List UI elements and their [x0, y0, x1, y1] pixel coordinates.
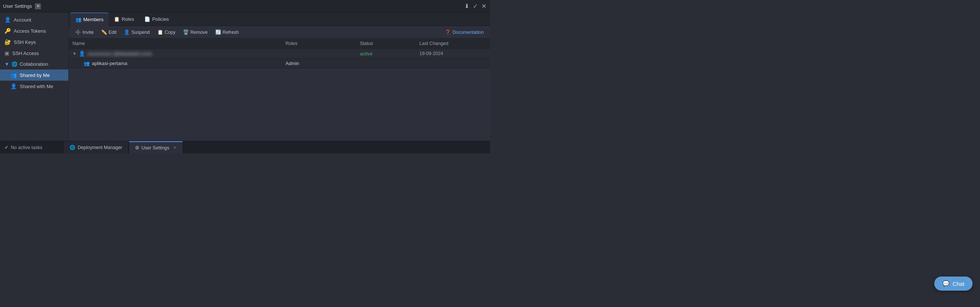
tab-label-roles: Roles	[122, 16, 134, 22]
title-close-btn[interactable]: ✕	[35, 3, 41, 9]
user-row-icon: 👤	[79, 51, 85, 57]
account-icon: 👤	[5, 17, 11, 23]
edit-icon: ✏️	[101, 29, 107, 35]
user-status: active	[360, 51, 419, 57]
sub-row-name-app: 👥 aplikasi-pertama	[84, 60, 286, 66]
copy-icon: 📋	[157, 29, 163, 35]
user-email: xxxxxxxxxx (@dewaweb.com)	[88, 51, 152, 57]
policies-tab-icon: 📄	[144, 16, 150, 22]
user-settings-tab-label: User Settings	[142, 145, 170, 151]
tab-policies[interactable]: 📄 Policies	[139, 13, 174, 26]
col-header-status: Status	[360, 41, 419, 46]
check-icon[interactable]: ✓	[472, 2, 479, 10]
remove-label: Remove	[190, 30, 208, 35]
user-settings-gear-icon: ⚙	[135, 145, 139, 151]
table-header: Name Roles Status Last Changed	[69, 39, 490, 49]
user-last-changed: 19-09-2024	[419, 51, 486, 56]
shared-with-me-icon: 👤	[10, 83, 17, 89]
suspend-label: Suspend	[131, 30, 150, 35]
sidebar-label-shared-by-me: Shared by Me	[20, 73, 50, 78]
col-header-last-changed: Last Changed	[419, 41, 486, 46]
sidebar-label-ssh-keys: SSH Keys	[14, 40, 36, 45]
refresh-button[interactable]: 🔄 Refresh	[212, 28, 242, 37]
collaboration-icon: 🌐	[11, 61, 18, 67]
user-settings-tab-close-icon[interactable]: ✕	[173, 145, 177, 150]
collaboration-arrow-icon: ▼	[5, 61, 9, 67]
sidebar-item-ssh-keys[interactable]: 🔐 SSH Keys	[0, 37, 68, 48]
no-active-tasks-label: No active tasks	[11, 145, 42, 150]
app-roles: Admin	[286, 60, 360, 66]
title-bar-actions: ⬇ ✓ ✕	[464, 2, 487, 10]
ssh-access-icon: ▣	[5, 50, 9, 56]
sidebar-item-shared-by-me[interactable]: 👥 Shared by Me	[0, 70, 68, 81]
title-bar-left: User Settings ✕	[3, 3, 41, 9]
tab-members[interactable]: 👥 Members	[70, 13, 108, 26]
check-status-icon: ✔	[5, 145, 8, 150]
window-title: User Settings	[3, 3, 32, 9]
shared-by-me-icon: 👥	[10, 72, 17, 78]
invite-icon: ➕	[75, 29, 81, 35]
status-tab-user-settings[interactable]: ⚙ User Settings ✕	[129, 141, 183, 154]
content-area: 👥 Members 📋 Roles 📄 Policies ➕ Invite ✏️…	[69, 13, 490, 141]
suspend-icon: 👤	[124, 29, 130, 35]
edit-button[interactable]: ✏️ Edit	[98, 28, 120, 37]
sidebar-label-access-tokens: Access Tokens	[14, 28, 46, 34]
sidebar-section-collaboration[interactable]: ▼ 🌐 Collaboration	[0, 59, 68, 70]
row-chevron-icon: ▼	[73, 51, 76, 56]
copy-label: Copy	[165, 30, 175, 35]
invite-button[interactable]: ➕ Invite	[72, 28, 97, 37]
sidebar-label-ssh-access: SSH Access	[12, 51, 39, 56]
table-sub-row[interactable]: 👥 aplikasi-pertama Admin	[69, 59, 490, 68]
copy-button[interactable]: 📋 Copy	[154, 28, 179, 37]
edit-label: Edit	[108, 30, 117, 35]
ssh-keys-icon: 🔐	[5, 39, 11, 45]
roles-tab-icon: 📋	[114, 16, 120, 22]
sidebar-label-account: Account	[14, 17, 31, 23]
app-name: aplikasi-pertama	[92, 60, 127, 66]
tab-label-members: Members	[83, 17, 103, 22]
status-no-active-tasks: ✔ No active tasks	[0, 145, 63, 150]
col-header-roles: Roles	[286, 41, 360, 46]
tab-roles[interactable]: 📋 Roles	[108, 13, 139, 26]
remove-icon: 🗑️	[183, 29, 189, 35]
sidebar-item-account[interactable]: 👤 Account	[0, 14, 68, 25]
sidebar-item-access-tokens[interactable]: 🔑 Access Tokens	[0, 25, 68, 37]
toolbar: ➕ Invite ✏️ Edit 👤 Suspend 📋 Copy 🗑️ Rem…	[69, 26, 490, 39]
sidebar: 👤 Account 🔑 Access Tokens 🔐 SSH Keys ▣ S…	[0, 13, 69, 141]
download-icon[interactable]: ⬇	[464, 2, 470, 10]
window-close-icon[interactable]: ✕	[481, 2, 487, 10]
tabs-bar: 👥 Members 📋 Roles 📄 Policies	[69, 13, 490, 26]
sidebar-item-shared-with-me[interactable]: 👤 Shared with Me	[0, 81, 68, 92]
refresh-label: Refresh	[223, 30, 239, 35]
documentation-button[interactable]: ❓ Documentation	[442, 28, 487, 37]
title-bar: User Settings ✕ ⬇ ✓ ✕	[0, 0, 490, 13]
members-tab-icon: 👥	[75, 17, 81, 22]
documentation-label: Documentation	[452, 30, 484, 35]
sidebar-item-ssh-access[interactable]: ▣ SSH Access	[0, 48, 68, 59]
deployment-manager-icon: 🌐	[70, 145, 75, 150]
documentation-icon: ❓	[445, 29, 451, 35]
access-tokens-icon: 🔑	[5, 28, 11, 34]
table-container: Name Roles Status Last Changed ▼ 👤 xxxxx…	[69, 39, 490, 141]
status-tab-deployment-manager[interactable]: 🌐 Deployment Manager	[63, 141, 129, 154]
remove-button[interactable]: 🗑️ Remove	[180, 28, 211, 37]
deployment-manager-label: Deployment Manager	[78, 145, 123, 150]
sidebar-label-collaboration: Collaboration	[20, 61, 48, 67]
status-bar: ✔ No active tasks 🌐 Deployment Manager ⚙…	[0, 141, 490, 154]
sidebar-label-shared-with-me: Shared with Me	[20, 84, 53, 89]
app-icon: 👥	[84, 60, 90, 66]
table-row[interactable]: ▼ 👤 xxxxxxxxxx (@dewaweb.com) active 19-…	[69, 49, 490, 59]
invite-label: Invite	[83, 30, 94, 35]
suspend-button[interactable]: 👤 Suspend	[121, 28, 153, 37]
col-header-name: Name	[73, 41, 286, 46]
main-layout: 👤 Account 🔑 Access Tokens 🔐 SSH Keys ▣ S…	[0, 13, 490, 141]
refresh-icon: 🔄	[215, 29, 221, 35]
row-name-user: ▼ 👤 xxxxxxxxxx (@dewaweb.com)	[73, 51, 286, 57]
tab-label-policies: Policies	[152, 16, 169, 22]
